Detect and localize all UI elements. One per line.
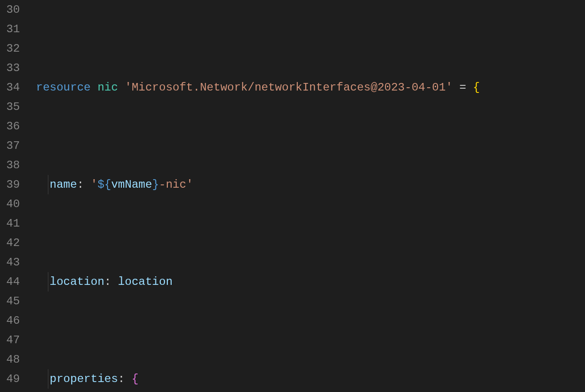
colon: : <box>104 275 111 288</box>
line-number: 42 <box>0 233 20 253</box>
line-number: 43 <box>0 253 20 272</box>
line-number: 31 <box>0 19 20 39</box>
property-properties: properties <box>50 373 118 385</box>
code-editor[interactable]: 30 31 32 33 34 35 36 37 38 39 40 41 42 4… <box>0 0 585 392</box>
interp-close: } <box>152 178 159 191</box>
string-quote: ' <box>91 178 97 191</box>
line-number: 37 <box>0 136 20 155</box>
code-line[interactable]: resource nic 'Microsoft.Network/networkI… <box>36 78 585 97</box>
line-number: 44 <box>0 272 20 292</box>
code-line[interactable]: location: location <box>36 272 585 292</box>
line-number: 48 <box>0 350 20 369</box>
code-area[interactable]: resource nic 'Microsoft.Network/networkI… <box>28 0 585 392</box>
line-number: 47 <box>0 330 20 350</box>
line-number: 38 <box>0 155 20 175</box>
line-number-gutter: 30 31 32 33 34 35 36 37 38 39 40 41 42 4… <box>0 0 28 392</box>
brace-open: { <box>473 81 480 94</box>
brace-open: { <box>132 373 138 385</box>
line-number: 39 <box>0 175 20 194</box>
line-number: 45 <box>0 292 20 311</box>
line-number: 40 <box>0 194 20 214</box>
line-number: 41 <box>0 214 20 233</box>
equals: = <box>459 81 466 94</box>
line-number: 34 <box>0 78 20 97</box>
line-number: 46 <box>0 311 20 330</box>
string-resource-type: 'Microsoft.Network/networkInterfaces@202… <box>125 81 452 94</box>
colon: : <box>118 373 125 385</box>
string-rest: -nic' <box>159 178 193 191</box>
colon: : <box>77 178 83 191</box>
code-line[interactable]: properties: { <box>36 369 585 389</box>
property-name: name <box>50 178 77 191</box>
line-number: 32 <box>0 39 20 58</box>
line-number: 30 <box>0 0 20 19</box>
identifier-nic: nic <box>98 81 118 94</box>
code-line[interactable]: name: '${vmName}-nic' <box>36 175 585 194</box>
line-number: 35 <box>0 97 20 117</box>
value-location: location <box>118 275 173 288</box>
line-number: 49 <box>0 369 20 389</box>
var-vmname: vmName <box>111 178 152 191</box>
property-location: location <box>50 275 104 288</box>
keyword-resource: resource <box>36 81 91 94</box>
line-number: 36 <box>0 117 20 136</box>
interp-open: ${ <box>98 178 111 191</box>
line-number: 33 <box>0 58 20 78</box>
